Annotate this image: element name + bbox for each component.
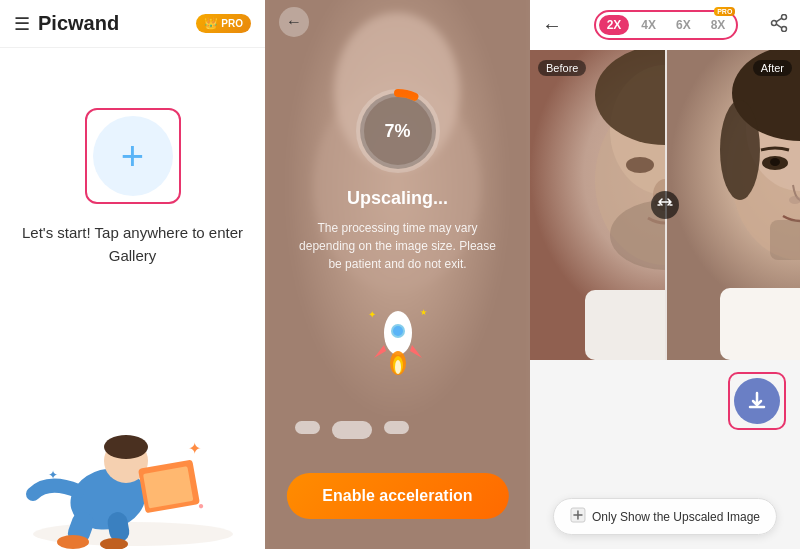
- cloud-2: [332, 421, 372, 439]
- add-button[interactable]: +: [93, 116, 173, 196]
- svg-point-45: [770, 158, 780, 166]
- back-button[interactable]: ←: [279, 7, 309, 37]
- illustration-svg: ✦ ✦ ●: [18, 379, 248, 549]
- svg-text:●: ●: [198, 500, 204, 511]
- result-back-button[interactable]: ←: [542, 14, 562, 37]
- rocket-illustration: ✦ ★: [358, 293, 438, 387]
- before-face-svg: [530, 50, 665, 360]
- zoom-tab-6x[interactable]: 6X: [668, 15, 699, 35]
- illustration: ✦ ✦ ●: [0, 369, 265, 549]
- panel-home: ☰ Picwand 👑 PRO + Let's start! Tap anywh…: [0, 0, 265, 549]
- svg-point-27: [782, 26, 787, 31]
- zoom-tab-4x[interactable]: 4X: [633, 15, 664, 35]
- result-bottom: Only Show the Upscaled Image: [530, 360, 800, 549]
- after-label: After: [753, 60, 792, 76]
- zoom-tab-8x[interactable]: PRO 8X: [703, 15, 734, 35]
- home-header: ☰ Picwand 👑 PRO: [0, 0, 265, 48]
- download-icon: [746, 390, 768, 412]
- panel-processing: ← 7% Upscaling... The processing time ma…: [265, 0, 530, 549]
- svg-rect-49: [770, 220, 800, 260]
- cloud-3: [384, 421, 409, 434]
- clouds: [265, 421, 530, 439]
- zoom-tab-2x[interactable]: 2X: [599, 15, 630, 35]
- pro-mini-badge: PRO: [714, 7, 735, 16]
- comparison-drag-handle[interactable]: [651, 191, 679, 219]
- crown-icon: 👑: [204, 17, 218, 30]
- svg-point-51: [720, 100, 760, 200]
- svg-rect-39: [585, 290, 665, 360]
- before-half: [530, 50, 665, 360]
- home-description: Let's start! Tap anywhere to enter Galle…: [2, 222, 263, 267]
- svg-text:✦: ✦: [368, 309, 376, 320]
- svg-point-34: [626, 157, 654, 173]
- processing-description: The processing time may vary depending o…: [265, 219, 530, 273]
- face-after-image: [665, 50, 800, 360]
- after-face-svg: [665, 50, 800, 360]
- after-half: [665, 50, 800, 360]
- download-button-wrapper[interactable]: [728, 372, 786, 430]
- progress-text: 7%: [353, 86, 443, 176]
- svg-line-30: [776, 24, 782, 28]
- svg-text:★: ★: [420, 308, 427, 317]
- share-icon[interactable]: [770, 14, 788, 37]
- cloud-1: [295, 421, 320, 434]
- only-show-upscaled-button[interactable]: Only Show the Upscaled Image: [553, 498, 777, 535]
- svg-line-29: [776, 18, 782, 22]
- zoom-tabs: 2X 4X 6X PRO 8X: [594, 10, 739, 40]
- panel-result: ← 2X 4X 6X PRO 8X: [530, 0, 800, 549]
- svg-point-26: [782, 14, 787, 19]
- svg-point-7: [104, 435, 148, 459]
- svg-point-23: [395, 360, 401, 374]
- svg-point-20: [393, 326, 403, 336]
- only-show-label: Only Show the Upscaled Image: [592, 510, 760, 524]
- svg-point-28: [772, 20, 777, 25]
- processing-top-bar: ←: [265, 0, 530, 44]
- svg-text:✦: ✦: [48, 468, 58, 482]
- app-title: Picwand: [38, 12, 188, 35]
- add-button-wrapper[interactable]: +: [85, 108, 181, 204]
- svg-rect-53: [720, 288, 800, 360]
- face-before-image: [530, 50, 665, 360]
- before-label: Before: [538, 60, 586, 76]
- svg-point-4: [57, 535, 89, 549]
- svg-text:✦: ✦: [188, 440, 201, 457]
- enable-acceleration-button[interactable]: Enable acceleration: [286, 473, 508, 519]
- comparison-area[interactable]: Before After: [530, 50, 800, 360]
- rocket-svg: ✦ ★: [358, 293, 438, 383]
- download-button[interactable]: [734, 378, 780, 424]
- progress-ring: 7%: [353, 86, 443, 176]
- processing-center: 7% Upscaling... The processing time may …: [265, 0, 530, 549]
- upscaling-label: Upscaling...: [347, 188, 448, 209]
- pro-label: PRO: [221, 18, 243, 29]
- menu-icon[interactable]: ☰: [14, 13, 30, 35]
- plus-icon: +: [121, 136, 144, 176]
- swap-icon: [570, 507, 586, 526]
- result-top-bar: ← 2X 4X 6X PRO 8X: [530, 0, 800, 50]
- pro-badge[interactable]: 👑 PRO: [196, 14, 251, 33]
